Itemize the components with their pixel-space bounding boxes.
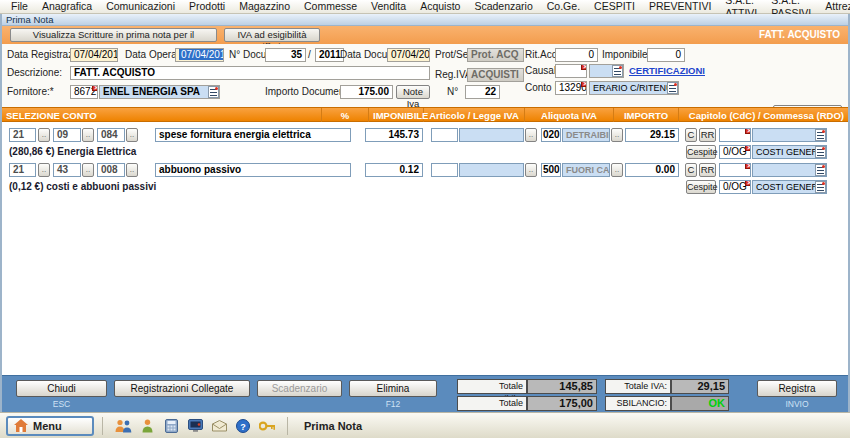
- chiudi-button[interactable]: Chiudi: [16, 380, 107, 397]
- clear-icon[interactable]: [745, 145, 751, 151]
- lookup-list-icon[interactable]: [815, 146, 826, 158]
- user-icon[interactable]: [137, 417, 157, 435]
- users-icon[interactable]: [113, 417, 133, 435]
- cdc-desc-field[interactable]: COSTI GENERALI: [752, 145, 827, 159]
- conto-ra-desc-field[interactable]: ERARIO C/RITENUTE EFFE: [589, 81, 679, 95]
- menu-coge[interactable]: Co.Ge.: [540, 0, 587, 13]
- conto-segment-2[interactable]: 43: [53, 163, 81, 177]
- menu-anagrafica[interactable]: Anagrafica: [35, 0, 99, 13]
- n-field[interactable]: 22: [465, 85, 500, 99]
- rr-button[interactable]: RR: [699, 128, 716, 142]
- calculator-icon[interactable]: [161, 417, 181, 435]
- cdc-desc-field[interactable]: COSTI GENERALI: [752, 180, 827, 194]
- lookup-list-icon[interactable]: [815, 164, 826, 176]
- causale-lookup-field[interactable]: [589, 64, 624, 78]
- data-operaz-field[interactable]: 07/04/2011: [175, 48, 224, 62]
- iva-differita-button[interactable]: IVA ad esigibilità Differita: [224, 28, 320, 42]
- rit-acc-field[interactable]: 0: [555, 48, 598, 62]
- conto-segment-1[interactable]: 21: [9, 128, 36, 142]
- certificazioni-link[interactable]: CERTIFICAZIONI: [629, 64, 705, 78]
- capitolo-desc-field[interactable]: [752, 163, 827, 177]
- clear-icon[interactable]: [581, 64, 587, 70]
- aliquota-desc-field[interactable]: FUORI CAMPO: [562, 163, 610, 177]
- lookup-list-icon[interactable]: [208, 86, 219, 98]
- cdc-code-field[interactable]: 0/OG: [719, 145, 751, 159]
- registrazioni-collegate-button[interactable]: Registrazioni Collegate: [114, 380, 250, 397]
- c-button[interactable]: C: [685, 163, 697, 177]
- data-docum-field[interactable]: 07/04/2011: [387, 48, 430, 62]
- scadenzario-button[interactable]: Scadenzario: [257, 380, 342, 397]
- lookup-button[interactable]: ..: [525, 163, 537, 177]
- imponibile-field[interactable]: 0.12: [365, 163, 423, 177]
- clear-icon[interactable]: [745, 128, 751, 134]
- lookup-button[interactable]: ..: [126, 128, 138, 142]
- menu-cespiti[interactable]: CESPITI: [587, 0, 642, 13]
- clear-icon[interactable]: [745, 163, 751, 169]
- cespite-button[interactable]: Cespite: [686, 145, 716, 159]
- articolo-desc-field[interactable]: [459, 163, 524, 177]
- capitolo-code-field[interactable]: [719, 128, 751, 142]
- capitolo-code-field[interactable]: [719, 163, 751, 177]
- conto-segment-3[interactable]: 084: [97, 128, 125, 142]
- conto-descrizione-field[interactable]: spese fornitura energia elettrica: [155, 128, 351, 142]
- menu-preventivi[interactable]: PREVENTIVI: [642, 0, 718, 13]
- menu-button[interactable]: Menu: [6, 416, 94, 436]
- conto-ra-code-field[interactable]: 132900: [555, 81, 587, 95]
- clear-icon[interactable]: [745, 180, 751, 186]
- lookup-button[interactable]: ..: [611, 128, 623, 142]
- fornitore-name-field[interactable]: ENEL ENERGIA SPA: [99, 85, 220, 99]
- importo-iva-field[interactable]: 0.00: [625, 163, 679, 177]
- articolo-code-field[interactable]: [431, 163, 458, 177]
- menu-scadenzario[interactable]: Scadenzario: [467, 0, 539, 13]
- visualizza-scritture-button[interactable]: Visualizza Scritture in prima nota per i…: [10, 28, 217, 42]
- menu-comunicazioni[interactable]: Comunicazioni: [99, 0, 182, 13]
- menu-commesse[interactable]: Commesse: [297, 0, 364, 13]
- cdc-code-field[interactable]: 0/OG: [719, 180, 751, 194]
- lookup-button[interactable]: ..: [82, 128, 94, 142]
- conto-segment-1[interactable]: 21: [9, 163, 36, 177]
- elimina-button[interactable]: Elimina: [349, 380, 437, 397]
- n-docum-field[interactable]: 35: [265, 48, 306, 62]
- menu-acquisto[interactable]: Acquisto: [413, 0, 467, 13]
- lookup-button[interactable]: ..: [126, 163, 138, 177]
- conto-descrizione-field[interactable]: abbuono passivo: [155, 163, 351, 177]
- descrizione-field[interactable]: FATT. ACQUISTO: [70, 66, 430, 80]
- aliquota-desc-field[interactable]: DETRAIBILE 20: [562, 128, 610, 142]
- menu-magazzino[interactable]: Magazzino: [232, 0, 297, 13]
- clear-icon[interactable]: [581, 81, 587, 87]
- note-iva-button[interactable]: Note Iva: [396, 85, 430, 99]
- aliquota-code-field[interactable]: 500: [541, 163, 561, 177]
- menu-attrezzature[interactable]: Attrezzature: [818, 0, 850, 13]
- data-registraz-field[interactable]: 07/04/2011: [70, 48, 118, 62]
- imponibile-field[interactable]: 145.73: [365, 128, 423, 142]
- lookup-list-icon[interactable]: [815, 181, 826, 193]
- c-button[interactable]: C: [685, 128, 697, 142]
- menu-vendita[interactable]: Vendita: [364, 0, 413, 13]
- lookup-button[interactable]: ..: [38, 163, 50, 177]
- conto-segment-2[interactable]: 09: [53, 128, 81, 142]
- registra-button[interactable]: Registra: [757, 380, 837, 397]
- importo-documento-field[interactable]: 175.00: [340, 85, 393, 99]
- articolo-code-field[interactable]: [431, 128, 458, 142]
- lookup-button[interactable]: ..: [525, 128, 537, 142]
- mail-icon[interactable]: [209, 417, 229, 435]
- lookup-list-icon[interactable]: [815, 129, 826, 141]
- menu-file[interactable]: File: [4, 0, 35, 13]
- monitor-icon[interactable]: [185, 417, 205, 435]
- conto-segment-3[interactable]: 008: [97, 163, 125, 177]
- importo-iva-field[interactable]: 29.15: [625, 128, 679, 142]
- cespite-button[interactable]: Cespite: [686, 180, 716, 194]
- menu-prodotti[interactable]: Prodotti: [182, 0, 232, 13]
- rr-button[interactable]: RR: [699, 163, 716, 177]
- help-icon[interactable]: ?: [233, 417, 253, 435]
- key-icon[interactable]: [257, 417, 277, 435]
- articolo-desc-field[interactable]: [459, 128, 524, 142]
- capitolo-desc-field[interactable]: [752, 128, 827, 142]
- lookup-button[interactable]: ..: [611, 163, 623, 177]
- lookup-list-icon[interactable]: [667, 82, 678, 94]
- lookup-button[interactable]: ..: [82, 163, 94, 177]
- imponibile-ra-field[interactable]: 0: [647, 48, 685, 62]
- aliquota-code-field[interactable]: 020: [541, 128, 561, 142]
- lookup-list-icon[interactable]: [612, 65, 623, 77]
- clear-icon[interactable]: [92, 85, 98, 91]
